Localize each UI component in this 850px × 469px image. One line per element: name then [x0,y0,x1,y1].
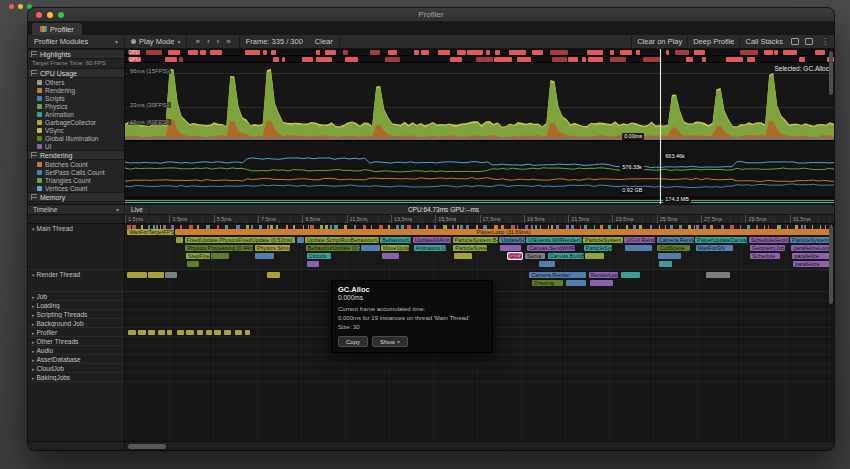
timeline-block-particlesystem.update[interactable]: ParticleSystem.Update (0.2ms) [453,245,487,251]
timeline-block-particlesystem.sync[interactable]: ParticleSystem.Sync [584,245,612,251]
timeline-block-physics.processing[interactable]: Physics.Processing (0.44ms) [185,245,253,251]
timeline-block[interactable] [382,253,399,259]
timeline-block-waitfortargetfps[interactable]: WaitForTargetFPS [127,229,174,235]
modules-vertical-scrollbar[interactable] [829,51,833,95]
highlight-segment[interactable] [210,50,222,55]
timeline-block[interactable] [197,330,203,335]
timeline-block-geometryjobs[interactable]: GeometryJobs [750,245,785,251]
timeline-block-stepfixed[interactable]: StepFixed [186,253,210,259]
disclosure-triangle-icon[interactable]: ▸ [32,357,35,363]
highlight-segment[interactable] [568,57,578,62]
highlight-segment[interactable] [263,50,267,55]
thread-row-profiler[interactable]: ▸Profiler [28,328,124,337]
legend-item-rendering[interactable]: Rendering [28,86,124,94]
highlight-segment[interactable] [643,57,661,62]
timeline-block-gc.alloc[interactable]: GC.Alloc [508,253,522,259]
clear-button[interactable]: Clear [309,35,340,48]
highlight-segment[interactable] [726,57,743,62]
thread-row-audio[interactable]: ▸Audio [28,346,124,355]
timeline-block-sema[interactable]: Sema [525,253,545,259]
play-mode-dropdown[interactable]: Play Mode ▾ [125,35,187,48]
disclosure-triangle-icon[interactable]: ▸ [32,321,35,327]
highlight-segment[interactable] [414,50,419,55]
timeline-block[interactable] [245,330,251,335]
timeline-block[interactable] [177,330,184,335]
timeline-block-particlesystem.endupdateall[interactable]: ParticleSystem.EndUpdateAll (0.2ms) [583,237,623,243]
timeline-block-behaviourupdate[interactable]: BehaviourUpdate [380,237,411,243]
timeline-block[interactable] [706,272,730,278]
timeline-block[interactable] [224,330,231,335]
timeline-block-camera.render[interactable]: Camera.Render [657,237,694,243]
timeline-block-parallelize[interactable]: parallelize [793,261,831,267]
timeline-block-physics.simulate[interactable]: Physics.Simulate [255,245,290,251]
timeline-block[interactable] [235,330,242,335]
highlight-segment[interactable] [702,57,706,62]
legend-item-vertices-count[interactable]: Vertices Count [28,184,124,192]
timeline-block-cullscene[interactable]: CullScene [657,245,690,251]
tab-profiler[interactable]: Profiler [32,23,82,35]
disclosure-triangle-icon[interactable]: ▸ [32,339,35,345]
highlight-segment[interactable] [764,50,773,55]
timeline-block[interactable] [127,272,147,278]
highlight-segment[interactable] [610,50,614,55]
timeline-block[interactable] [255,253,273,259]
timeline-block-schedulegeometryjobs[interactable]: ScheduleGeometryJobs [749,237,789,243]
timeline-vertical-scrollbar[interactable] [829,226,833,304]
timeline-block[interactable] [128,330,136,335]
thread-row-other-threads[interactable]: ▸Other Threads [28,337,124,346]
timeline-block-update.scriptrunbehaviourupdate[interactable]: Update.ScriptRunBehaviourUpdate (0.33ms) [305,237,379,243]
legend-item-setpass-calls-count[interactable]: SetPass Calls Count [28,168,124,176]
highlight-segment[interactable] [552,57,567,62]
timeline-block-animators.update[interactable]: Animators.Update [414,245,447,251]
copy-button[interactable]: Copy [338,336,368,347]
timeline-block[interactable] [214,330,221,335]
highlight-segment[interactable] [532,50,542,55]
timeline-block-camera.render[interactable]: Camera.Render [529,272,586,278]
timeline-block[interactable] [165,272,176,278]
highlight-segment[interactable] [245,50,260,55]
timeline-block-updatescene[interactable]: UpdateScene [499,237,525,243]
timeline-block[interactable] [158,330,165,335]
thread-row-background-job[interactable]: ▸Background Job [28,319,124,328]
highlight-segment[interactable] [467,50,483,55]
highlight-segment[interactable] [476,57,493,62]
timeline-block[interactable] [148,272,164,278]
legend-item-vsync[interactable]: VSync [28,126,124,134]
legend-item-animation[interactable]: Animation [28,110,124,118]
legend-item-batches-count[interactable]: Batches Count [28,160,124,168]
disclosure-triangle-icon[interactable]: ▸ [32,375,35,381]
timeline-block[interactable] [500,245,521,251]
highlight-segment[interactable] [179,57,183,62]
scrollbar-track[interactable] [125,442,834,450]
timeline-ruler[interactable]: 1.5ms3.5ms5.5ms7.5ms9.5ms11.5ms13.5ms15.… [28,215,834,224]
timeline-block-fixedupdate.physicsfixedupdate[interactable]: FixedUpdate.PhysicsFixedUpdate (0.52ms) [185,237,296,243]
highlight-segment[interactable] [774,50,778,55]
cpu-usage-chart[interactable]: 66ms (15FPS) 33ms (30FPS) 16ms (60FPS) S… [125,63,834,141]
disclosure-triangle-icon[interactable]: ▸ [32,330,35,336]
timeline-block-renderloop[interactable]: RenderLoop [589,272,619,278]
thread-row-job[interactable]: ▸Job [28,292,124,301]
highlight-segment[interactable] [694,50,704,55]
timeline-block[interactable] [176,237,183,243]
timeline-block-behaviourupdate[interactable]: BehaviourUpdate (0.24ms) [306,245,360,251]
highlight-segment[interactable] [610,57,626,62]
timeline-block[interactable] [206,330,212,335]
timeline-block[interactable] [361,245,379,251]
legend-item-physics[interactable]: Physics [28,102,124,110]
detach-window-icon[interactable] [791,38,799,45]
highlight-segment[interactable] [815,50,825,55]
disclosure-triangle-icon[interactable]: ▸ [32,312,35,318]
rendering-chart[interactable] [125,141,834,198]
highlight-segment[interactable] [165,57,177,62]
highlight-segment[interactable] [486,50,490,55]
disclosure-triangle-icon[interactable]: ▾ [32,272,35,278]
highlight-segment[interactable] [675,50,689,55]
timeline-block-moveupdate[interactable]: MoveUpdate [381,245,409,251]
show-dropdown-button[interactable]: Show ▾ [372,336,408,347]
highlights-cpu-strip[interactable]: CPU [125,49,834,56]
thread-row-assetdatabase[interactable]: ▸AssetDatabase [28,355,124,364]
timeline-block-parallelize[interactable]: parallelize [792,253,832,259]
highlight-segment[interactable] [588,57,603,62]
highlight-segment[interactable] [282,57,285,62]
profiler-modules-dropdown[interactable]: Profiler Modules ▾ [28,35,125,48]
